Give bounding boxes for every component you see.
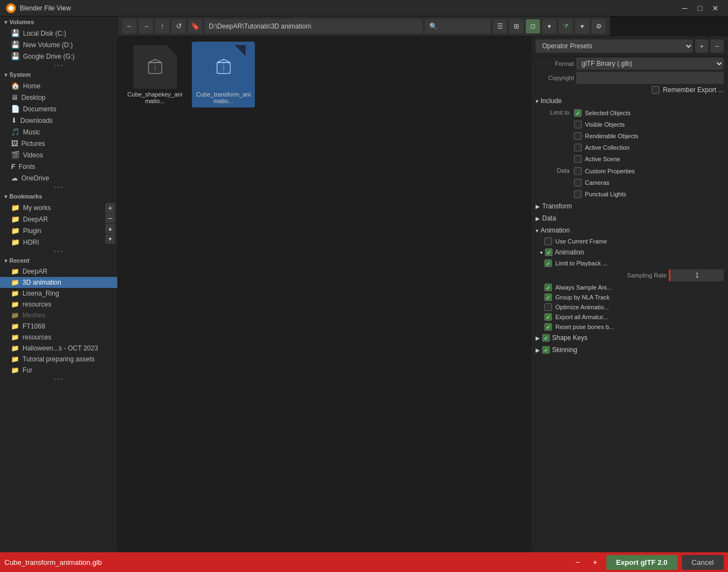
bookmark-remove-button[interactable]: − bbox=[105, 213, 115, 223]
cb-visible-objects[interactable] bbox=[574, 121, 582, 128]
cb-active-collection[interactable] bbox=[574, 144, 582, 151]
format-dropdown[interactable]: glTF Binary (.glb) bbox=[576, 58, 724, 70]
sidebar-item-new-volume[interactable]: 💾 New Volume (D:) bbox=[0, 39, 117, 50]
videos-label: Videos bbox=[23, 151, 43, 159]
sidebar-item-google-drive[interactable]: 💾 Google Drive (G:) bbox=[0, 50, 117, 62]
back-button[interactable]: ← bbox=[122, 19, 136, 33]
cb-group-nla[interactable] bbox=[544, 293, 552, 301]
bookmark-button[interactable]: 🔖 bbox=[188, 19, 202, 33]
bookmark-scroll-down[interactable]: ▼ bbox=[105, 234, 115, 244]
recent-item-meshes[interactable]: 📁 Meshes ✕ bbox=[0, 310, 117, 321]
cb-row-always-sample: Always Sample Ani... bbox=[531, 282, 728, 292]
bookmark-item-hdri[interactable]: 📁 HDRI ✕ bbox=[0, 236, 103, 248]
filter-dropdown-button[interactable]: ▾ bbox=[575, 19, 589, 33]
sidebar-item-desktop[interactable]: 🖥 Desktop bbox=[0, 92, 117, 103]
transform-section-header[interactable]: ▶ Transform bbox=[531, 200, 728, 212]
recent-item-deepar[interactable]: 📁 DeepAR ✕ bbox=[0, 266, 117, 277]
file-and-panel: Cube_shapekey_animatio... bbox=[118, 36, 728, 552]
sidebar-section-system[interactable]: ▾ System bbox=[0, 69, 117, 80]
view-grid-button[interactable]: ⊡ bbox=[526, 19, 540, 33]
titlebar-left: Blender File View bbox=[5, 3, 71, 14]
recent-items: 📁 DeepAR ✕ 📁 3D animation ✕ 📁 Lisena_Rin… bbox=[0, 266, 117, 376]
folder-hdri-icon: 📁 bbox=[11, 238, 20, 246]
cb-export-armature[interactable] bbox=[544, 313, 552, 321]
shape-keys-chevron-icon: ▶ bbox=[536, 335, 540, 341]
bookmark-scroll-up[interactable]: ▲ bbox=[105, 224, 115, 234]
shape-keys-section-header[interactable]: ▶ Shape Keys bbox=[531, 332, 728, 344]
sidebar-item-videos[interactable]: 🎬 Videos bbox=[0, 149, 117, 161]
view-list-button[interactable]: ☰ bbox=[493, 19, 507, 33]
close-button[interactable]: ✕ bbox=[708, 1, 723, 15]
sidebar-section-recent[interactable]: ▾ Recent bbox=[0, 255, 117, 266]
cb-selected-objects[interactable] bbox=[574, 109, 582, 117]
skinning-section-header[interactable]: ▶ Skinning bbox=[531, 344, 728, 356]
recent-item-halloween[interactable]: 📁 Halloween...s - OCT 2023 ✕ bbox=[0, 343, 117, 354]
recent-item-lisena[interactable]: 📁 Lisena_Ring ✕ bbox=[0, 288, 117, 299]
filename-input[interactable] bbox=[4, 558, 567, 567]
sidebar-item-fonts[interactable]: F Fonts bbox=[0, 161, 117, 172]
cb-optimize[interactable] bbox=[544, 303, 552, 311]
skinning-checkbox[interactable] bbox=[542, 346, 550, 354]
file-area[interactable]: Cube_shapekey_animatio... bbox=[118, 36, 531, 552]
file-item-shapekey[interactable]: Cube_shapekey_animatio... bbox=[123, 42, 186, 107]
filename-plus-button[interactable]: + bbox=[589, 556, 602, 569]
cb-punctual-lights[interactable] bbox=[574, 190, 582, 198]
cb-always-sample[interactable] bbox=[544, 284, 552, 291]
cancel-button[interactable]: Cancel bbox=[682, 555, 724, 570]
animation-sub-checkbox[interactable] bbox=[545, 248, 553, 256]
minimize-button[interactable]: ─ bbox=[678, 1, 692, 15]
refresh-button[interactable]: ↺ bbox=[172, 19, 186, 33]
recent-item-fur[interactable]: 📁 Fur ✕ bbox=[0, 365, 117, 376]
bookmark-item-myworks[interactable]: 📁 My works ✕ bbox=[0, 202, 103, 213]
sidebar-section-volumes[interactable]: ▾ Volumes bbox=[0, 16, 117, 27]
sidebar-item-downloads[interactable]: ⬇ Downloads bbox=[0, 115, 117, 126]
cb-reset-pose[interactable] bbox=[544, 323, 552, 331]
animation-outer-header[interactable]: ▾ Animation bbox=[531, 224, 728, 236]
sidebar-item-home[interactable]: 🏠 Home bbox=[0, 80, 117, 92]
cb-cameras[interactable] bbox=[574, 179, 582, 186]
sidebar-item-documents[interactable]: 📄 Documents bbox=[0, 103, 117, 115]
operator-presets-remove[interactable]: − bbox=[710, 39, 724, 53]
include-label: Include bbox=[541, 97, 562, 105]
forward-button[interactable]: → bbox=[139, 19, 153, 33]
copyright-input[interactable] bbox=[576, 72, 724, 84]
sidebar-section-bookmarks[interactable]: ▾ Bookmarks bbox=[0, 191, 117, 202]
view-grid2-button[interactable]: ⊞ bbox=[509, 19, 524, 33]
cb-renderable-objects[interactable] bbox=[574, 132, 582, 140]
recent-item-resources1[interactable]: 📁 resources ✕ bbox=[0, 299, 117, 310]
recent-resources1-label: resources bbox=[22, 301, 52, 308]
recent-item-ft1068[interactable]: 📁 FT1068 ✕ bbox=[0, 321, 117, 332]
shape-keys-checkbox[interactable] bbox=[542, 334, 550, 342]
filename-minus-button[interactable]: − bbox=[571, 556, 584, 569]
include-section-header[interactable]: ▾ Include bbox=[531, 95, 728, 107]
cb-active-scene[interactable] bbox=[574, 155, 582, 163]
bookmark-item-deepar[interactable]: 📁 DeepAR ✕ bbox=[0, 213, 103, 225]
maximize-button[interactable]: □ bbox=[693, 1, 707, 15]
sidebar-item-pictures[interactable]: 🖼 Pictures bbox=[0, 138, 117, 149]
sampling-rate-input[interactable] bbox=[669, 269, 724, 281]
search-input[interactable] bbox=[425, 19, 491, 33]
data-section-header[interactable]: ▶ Data bbox=[531, 212, 728, 224]
bookmark-add-button[interactable]: + bbox=[105, 203, 115, 213]
cb-use-current-frame[interactable] bbox=[544, 237, 552, 245]
sidebar-item-local-disk[interactable]: 💾 Local Disk (C:) bbox=[0, 27, 117, 39]
path-input[interactable] bbox=[204, 19, 423, 33]
remember-export-checkbox[interactable] bbox=[652, 86, 659, 94]
settings-button[interactable]: ⚙ bbox=[592, 19, 606, 33]
bookmark-item-plugin[interactable]: 📁 Plugin ✕ bbox=[0, 225, 103, 236]
export-button[interactable]: Export glTF 2.0 bbox=[606, 555, 678, 570]
file-item-transform[interactable]: Cube_transform_animatio... bbox=[192, 42, 255, 107]
animation-sub-header[interactable]: ▾ Animation bbox=[531, 246, 728, 258]
sidebar-item-music[interactable]: 🎵 Music bbox=[0, 126, 117, 138]
view-size-dropdown[interactable]: ▾ bbox=[542, 19, 556, 33]
cb-limit-playback[interactable] bbox=[544, 259, 552, 267]
operator-presets-add[interactable]: + bbox=[695, 39, 708, 53]
sidebar-item-onedrive[interactable]: ☁ OneDrive bbox=[0, 172, 117, 184]
recent-item-tutorial[interactable]: 📁 Tutorial preparing assets ✕ bbox=[0, 354, 117, 365]
up-button[interactable]: ↑ bbox=[155, 19, 169, 33]
recent-item-resources2[interactable]: 📁 resources ✕ bbox=[0, 332, 117, 343]
operator-presets-dropdown[interactable]: Operator Presets bbox=[536, 39, 693, 53]
recent-item-3danim[interactable]: 📁 3D animation ✕ bbox=[0, 277, 117, 288]
filter-button[interactable]: ⧩ bbox=[559, 19, 573, 33]
cb-custom-props[interactable] bbox=[574, 167, 582, 175]
